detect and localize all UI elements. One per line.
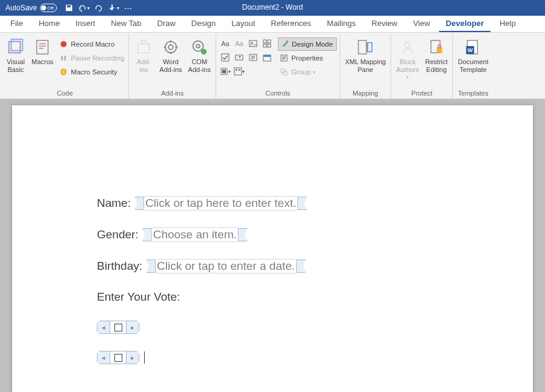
checkbox-control-1[interactable]: ◂ ▸ bbox=[97, 321, 448, 334]
xml-mapping-button[interactable]: XML Mapping Pane bbox=[342, 36, 389, 86]
tab-review[interactable]: Review bbox=[365, 16, 405, 32]
touch-mode-icon[interactable]: ▾ bbox=[108, 4, 119, 12]
svg-point-10 bbox=[168, 45, 173, 50]
customize-qat-icon[interactable]: ⋯ bbox=[124, 4, 132, 13]
date-picker-control-icon[interactable] bbox=[261, 51, 273, 64]
tab-design[interactable]: Design bbox=[185, 16, 222, 32]
legacy-tools-icon[interactable]: ▾ bbox=[219, 65, 231, 77]
macro-security-label: Macro Security bbox=[71, 68, 117, 76]
birthday-label: Birthday: bbox=[97, 260, 142, 273]
checkbox-content[interactable] bbox=[110, 321, 126, 334]
checkbox-content[interactable] bbox=[110, 351, 126, 364]
birthday-content-control[interactable]: Click or tap to enter a date. bbox=[146, 259, 306, 273]
group-mapping: XML Mapping Pane Mapping bbox=[340, 34, 391, 99]
tab-home[interactable]: Home bbox=[32, 16, 67, 32]
svg-rect-26 bbox=[263, 44, 266, 47]
control-start-tag bbox=[146, 260, 156, 273]
tab-mailings[interactable]: Mailings bbox=[320, 16, 363, 32]
text-cursor bbox=[144, 351, 145, 364]
redo-icon[interactable] bbox=[94, 4, 103, 12]
tab-insert[interactable]: Insert bbox=[69, 16, 102, 32]
group-templates-label: Templates bbox=[455, 88, 491, 99]
document-template-icon: W bbox=[463, 38, 483, 57]
gender-content-control[interactable]: Choose an item. bbox=[142, 227, 248, 242]
svg-rect-32 bbox=[281, 69, 285, 73]
document-template-button[interactable]: W Document Template bbox=[455, 36, 491, 86]
checkbox-box bbox=[114, 324, 122, 332]
tab-help[interactable]: Help bbox=[493, 16, 523, 32]
xml-mapping-label: XML Mapping Pane bbox=[345, 58, 386, 73]
vote-label: Enter Your Vote: bbox=[97, 290, 180, 304]
control-start-tag bbox=[134, 197, 144, 210]
com-addins-button[interactable]: COM Add-ins bbox=[185, 36, 214, 86]
autosave-toggle[interactable]: AutoSave Off bbox=[4, 4, 59, 12]
design-mode-button[interactable]: Design Mode bbox=[278, 38, 337, 51]
name-placeholder: Click or tap here to enter text. bbox=[144, 196, 297, 211]
document-template-label: Document Template bbox=[458, 58, 488, 73]
svg-rect-39 bbox=[438, 45, 441, 48]
svg-point-9 bbox=[165, 42, 177, 53]
plain-text-control-icon[interactable]: Aa bbox=[233, 38, 245, 50]
autosave-label: AutoSave bbox=[5, 4, 37, 12]
control-start-tag: ◂ bbox=[97, 351, 110, 364]
checkbox-box bbox=[114, 354, 122, 362]
record-macro-button[interactable]: Record Macro bbox=[58, 38, 125, 51]
undo-icon[interactable]: ▾ bbox=[78, 4, 90, 12]
birthday-placeholder: Click or tap to enter a date. bbox=[156, 259, 296, 273]
xml-mapping-icon bbox=[355, 38, 375, 57]
visual-basic-button[interactable]: Visual Basic bbox=[3, 36, 28, 86]
document-background: Name: Click or tap here to enter text. G… bbox=[0, 99, 545, 392]
restrict-editing-button[interactable]: Restrict Editing bbox=[422, 36, 451, 86]
group-button: Group ▾ bbox=[278, 65, 337, 79]
svg-rect-34 bbox=[358, 41, 366, 54]
control-start-tag bbox=[142, 228, 152, 241]
word-addins-label: Word Add-ins bbox=[159, 58, 182, 73]
macro-security-button[interactable]: ! Macro Security bbox=[58, 65, 125, 79]
tab-layout[interactable]: Layout bbox=[225, 16, 262, 32]
save-icon[interactable] bbox=[65, 4, 73, 12]
tab-newtab[interactable]: New Tab bbox=[104, 16, 148, 32]
name-label: Name: bbox=[97, 197, 131, 210]
building-block-control-icon[interactable]: ▾ bbox=[233, 65, 245, 77]
tab-developer[interactable]: Developer bbox=[439, 16, 490, 32]
pause-recording-label: Pause Recording bbox=[71, 54, 124, 62]
svg-rect-5 bbox=[64, 56, 66, 60]
group-code-label: Code bbox=[3, 88, 127, 99]
group-controls: Aa ▾ Aa ▾ bbox=[216, 34, 340, 99]
properties-icon bbox=[279, 53, 289, 63]
pause-recording-button: Pause Recording bbox=[58, 51, 125, 65]
svg-rect-4 bbox=[61, 56, 63, 60]
block-authors-button: Block Authors ▾ bbox=[393, 36, 422, 86]
repeating-section-control-icon[interactable] bbox=[261, 38, 273, 50]
dropdown-control-icon[interactable] bbox=[247, 51, 259, 64]
tab-file[interactable]: File bbox=[4, 16, 30, 32]
group-templates: W Document Template Templates bbox=[453, 34, 493, 99]
addins-label: Add- ins bbox=[137, 58, 151, 73]
svg-rect-17 bbox=[236, 55, 243, 60]
vote-label-line: Enter Your Vote: bbox=[97, 290, 448, 304]
properties-button[interactable]: Properties bbox=[278, 51, 337, 65]
picture-control-icon[interactable] bbox=[247, 38, 259, 50]
tab-draw[interactable]: Draw bbox=[151, 16, 182, 32]
checkbox-control-icon[interactable] bbox=[219, 51, 231, 64]
svg-rect-20 bbox=[239, 69, 240, 71]
word-addins-button[interactable]: Word Add-ins bbox=[156, 36, 185, 86]
rich-text-control-icon[interactable]: Aa bbox=[219, 38, 231, 50]
quick-access-toolbar: ▾ ▾ ⋯ bbox=[65, 4, 132, 13]
svg-rect-25 bbox=[268, 40, 271, 43]
document-page[interactable]: Name: Click or tap here to enter text. G… bbox=[12, 105, 533, 392]
gender-field-line: Gender: Choose an item. bbox=[97, 227, 448, 242]
macros-button[interactable]: Macros bbox=[28, 36, 56, 86]
restrict-editing-label: Restrict Editing bbox=[425, 58, 448, 73]
combobox-control-icon[interactable] bbox=[233, 51, 245, 64]
name-content-control[interactable]: Click or tap here to enter text. bbox=[134, 196, 307, 211]
group-mapping-label: Mapping bbox=[342, 88, 389, 99]
checkbox-control-2[interactable]: ◂ ▸ bbox=[97, 351, 448, 364]
toggle-state: Off bbox=[47, 5, 54, 11]
tab-references[interactable]: References bbox=[264, 16, 317, 32]
record-macro-label: Record Macro bbox=[71, 41, 114, 48]
toggle-switch[interactable]: Off bbox=[40, 4, 57, 12]
svg-point-3 bbox=[61, 41, 67, 47]
document-title: Document2 - Word bbox=[242, 3, 303, 11]
tab-view[interactable]: View bbox=[406, 16, 437, 32]
